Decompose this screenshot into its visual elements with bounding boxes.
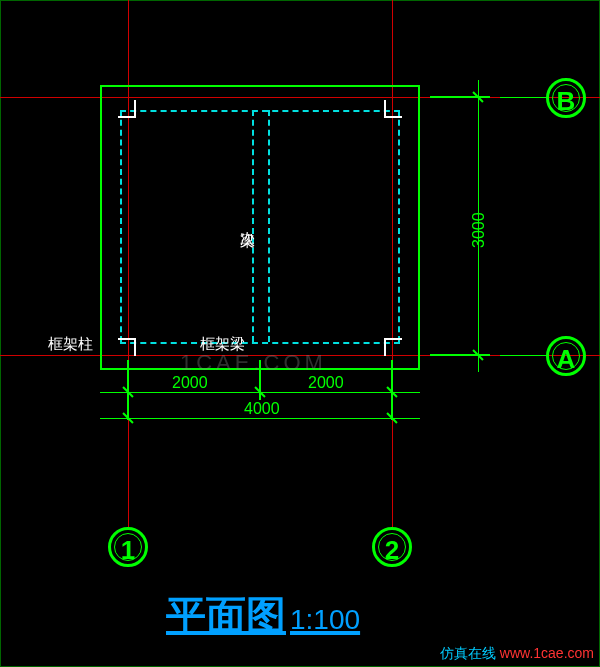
- grid-bubble-1: 1: [108, 527, 148, 567]
- dim-text-width: 4000: [244, 400, 280, 418]
- bubble-leader: [500, 355, 546, 356]
- grid-bubble-b: B: [546, 78, 586, 118]
- secondary-beam-edge: [268, 110, 270, 342]
- label-frame-column: 框架柱: [48, 335, 93, 354]
- secondary-beam-edge: [252, 110, 254, 342]
- dim-line: [100, 418, 420, 419]
- beam-edge: [120, 110, 400, 112]
- title-scale: 1:100: [290, 604, 360, 635]
- column-corner: [118, 100, 136, 118]
- footer-url: www.1cae.com: [500, 645, 594, 661]
- title-text: 平面图: [166, 593, 286, 637]
- dim-text-half1: 2000: [172, 374, 208, 392]
- beam-edge: [120, 110, 122, 342]
- beam-edge: [120, 342, 400, 344]
- footer-brand: 仿真在线: [440, 645, 496, 661]
- watermark: 1CAE.COM: [180, 350, 327, 376]
- footer: 仿真在线 www.1cae.com: [440, 645, 594, 663]
- column-corner: [384, 338, 402, 356]
- beam-edge: [398, 110, 400, 342]
- drawing-title: 平面图1:100: [166, 588, 360, 643]
- grid-bubble-2: 2: [372, 527, 412, 567]
- column-corner: [384, 100, 402, 118]
- dim-text-half2: 2000: [308, 374, 344, 392]
- cad-canvas: 框架柱 框架梁 次梁 2000 2000 4000 3000 B A 1 2 1…: [0, 0, 600, 667]
- dim-text-height: 3000: [470, 212, 488, 248]
- wall-outline: [100, 85, 420, 370]
- grid-bubble-a: A: [546, 336, 586, 376]
- column-corner: [118, 338, 136, 356]
- bubble-leader: [500, 97, 546, 98]
